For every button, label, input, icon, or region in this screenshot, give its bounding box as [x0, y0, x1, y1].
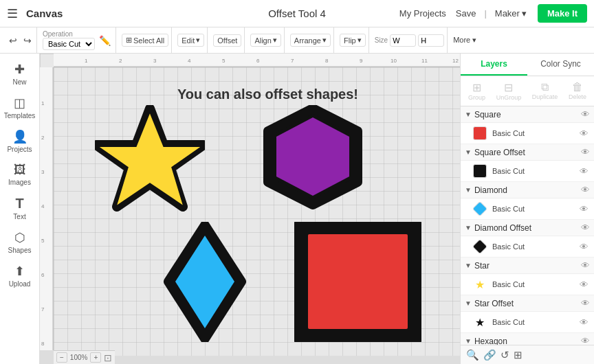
layer-group-diamond-header[interactable]: ▼ Diamond 👁 — [461, 182, 594, 198]
size-h-input[interactable] — [418, 34, 444, 47]
left-panel-text[interactable]: T Text — [3, 192, 37, 225]
visibility-eye-icon[interactable]: 👁 — [581, 223, 590, 233]
left-panel-upload[interactable]: ⬆ Upload — [3, 260, 37, 292]
color-swatch — [472, 239, 488, 255]
grid-icon[interactable]: ⊞ — [514, 349, 522, 361]
make-it-button[interactable]: Make It — [538, 4, 587, 23]
search-icon[interactable]: 🔍 — [466, 349, 479, 361]
shape-diamond[interactable] — [160, 222, 250, 344]
layer-group-square-header[interactable]: ▼ Square 👁 — [461, 106, 594, 123]
layer-group-diamond-offset-name: Diamond Offset — [474, 223, 581, 233]
undo-button[interactable]: ↩ — [7, 33, 19, 48]
arrange-button[interactable]: Arrange ▾ — [290, 34, 331, 47]
shape-square[interactable] — [294, 222, 421, 344]
layer-item-eye-icon[interactable]: 👁 — [580, 280, 588, 290]
svg-text:10: 10 — [390, 58, 397, 64]
select-all-button[interactable]: ⊞ Select All — [122, 34, 168, 47]
left-panel-images[interactable]: 🖼 Images — [3, 159, 37, 190]
visibility-eye-icon[interactable]: 👁 — [581, 298, 590, 308]
svg-text:4: 4 — [188, 58, 191, 64]
layer-item-label: Basic Cut — [492, 280, 580, 288]
ruler-top: 1 2 3 4 5 6 7 8 9 10 11 12 — [54, 54, 460, 67]
layer-group-hexagon: ▼ Hexagon 👁 Blank Canvas 👁 — [461, 333, 594, 345]
size-w-input[interactable] — [390, 34, 416, 47]
visibility-eye-icon[interactable]: 👁 — [581, 336, 590, 345]
align-button[interactable]: Align ▾ — [250, 34, 280, 47]
operation-label: Operation — [43, 31, 95, 38]
svg-text:5: 5 — [222, 58, 226, 64]
layer-item-square-offset-basic-cut[interactable]: Basic Cut 👁 — [461, 161, 594, 182]
layer-group-star-header[interactable]: ▼ Star 👁 — [461, 258, 594, 274]
svg-text:12: 12 — [452, 58, 459, 64]
shape-star[interactable] — [95, 105, 205, 220]
chevron-down-icon: ▼ — [465, 299, 472, 307]
menu-icon[interactable]: ☰ — [7, 6, 18, 21]
left-panel-projects[interactable]: 👤 Projects — [3, 125, 37, 157]
layer-group-star-offset: ▼ Star Offset 👁 ★ Basic Cut 👁 — [461, 295, 594, 333]
layer-item-eye-icon[interactable]: 👁 — [580, 128, 588, 139]
visibility-eye-icon[interactable]: 👁 — [581, 185, 590, 195]
visibility-eye-icon[interactable]: 👁 — [581, 147, 590, 157]
tab-color-sync[interactable]: Color Sync — [527, 54, 594, 76]
edit-dropdown-icon: ▾ — [196, 36, 200, 45]
layer-item-diamond-offset-basic-cut[interactable]: Basic Cut 👁 — [461, 236, 594, 258]
group-button[interactable]: ⊞ Group — [465, 79, 489, 103]
delete-label: Delete — [569, 93, 586, 100]
layer-group-square-name: Square — [474, 110, 581, 120]
layer-item-star-basic-cut[interactable]: ★ Basic Cut 👁 — [461, 274, 594, 295]
duplicate-button[interactable]: ⧉ Duplicate — [529, 79, 562, 103]
layer-item-star-offset-basic-cut[interactable]: ★ Basic Cut 👁 — [461, 312, 594, 333]
layer-item-diamond-basic-cut[interactable]: Basic Cut 👁 — [461, 198, 594, 220]
select-all-icon: ⊞ — [126, 36, 132, 45]
upload-label: Upload — [9, 280, 31, 288]
fit-button[interactable]: ⊡ — [104, 352, 112, 363]
layer-item-eye-icon[interactable]: 👁 — [580, 166, 588, 177]
tab-layers[interactable]: Layers — [461, 54, 527, 76]
visibility-eye-icon[interactable]: 👁 — [581, 109, 590, 120]
maker-button[interactable]: Maker ▾ — [495, 8, 527, 19]
layer-item-eye-icon[interactable]: 👁 — [580, 242, 588, 252]
layer-item-label: Basic Cut — [492, 129, 580, 137]
layer-group-square-offset-name: Square Offset — [474, 148, 581, 157]
refresh-icon[interactable]: ↺ — [500, 349, 509, 361]
layer-item-label: Basic Cut — [492, 205, 580, 213]
layer-item-label: Basic Cut — [492, 242, 580, 251]
layer-item-eye-icon[interactable]: 👁 — [580, 317, 588, 328]
svg-text:1: 1 — [41, 100, 45, 106]
edit-icon-button[interactable]: ✏️ — [97, 33, 113, 48]
delete-button[interactable]: 🗑 Delete — [565, 79, 590, 103]
delete-icon: 🗑 — [572, 81, 583, 93]
save-button[interactable]: Save — [456, 8, 476, 19]
my-projects-link[interactable]: My Projects — [399, 8, 446, 19]
main-layout: ✚ New ◫ Templates 👤 Projects 🖼 Images T … — [0, 54, 594, 364]
left-panel-shapes[interactable]: ⬡ Shapes — [3, 226, 37, 258]
canvas-area[interactable]: 1 2 3 4 5 6 7 8 9 10 11 12 1 2 3 4 5 — [40, 54, 460, 364]
layer-item-eye-icon[interactable]: 👁 — [580, 204, 588, 214]
flip-dropdown-icon: ▾ — [358, 36, 362, 45]
flip-button[interactable]: Flip ▾ — [340, 34, 366, 47]
divider: | — [484, 8, 486, 19]
operation-select[interactable]: Basic Cut — [43, 38, 95, 50]
star-swatch-icon: ★ — [475, 278, 485, 291]
images-icon: 🖼 — [14, 163, 26, 177]
shape-hexagon[interactable] — [260, 105, 366, 214]
layer-group-star-offset-header[interactable]: ▼ Star Offset 👁 — [461, 295, 594, 312]
layer-group-hexagon-header[interactable]: ▼ Hexagon 👁 — [461, 333, 594, 345]
visibility-eye-icon[interactable]: 👁 — [581, 260, 590, 271]
edit-button[interactable]: Edit ▾ — [177, 34, 204, 47]
ungroup-button[interactable]: ⊟ UnGroup — [493, 79, 525, 103]
layer-item-square-basic-cut[interactable]: Basic Cut 👁 — [461, 123, 594, 144]
svg-text:1: 1 — [85, 58, 88, 64]
zoom-out-button[interactable]: − — [56, 352, 67, 363]
redo-button[interactable]: ↪ — [21, 33, 34, 48]
left-panel-templates[interactable]: ◫ Templates — [3, 91, 37, 124]
zoom-in-button[interactable]: + — [90, 352, 101, 363]
more-button[interactable]: More ▾ — [453, 36, 476, 45]
right-panel-bottom-bar: 🔍 🔗 ↺ ⊞ — [461, 345, 594, 364]
left-panel-new[interactable]: ✚ New — [3, 58, 37, 90]
link-icon[interactable]: 🔗 — [483, 349, 496, 361]
layer-group-diamond-offset-header[interactable]: ▼ Diamond Offset 👁 — [461, 220, 594, 236]
ruler-left: 1 2 3 4 5 6 7 8 9 — [40, 67, 54, 364]
layer-group-square-offset-header[interactable]: ▼ Square Offset 👁 — [461, 144, 594, 161]
offset-button[interactable]: Offset — [213, 34, 241, 47]
